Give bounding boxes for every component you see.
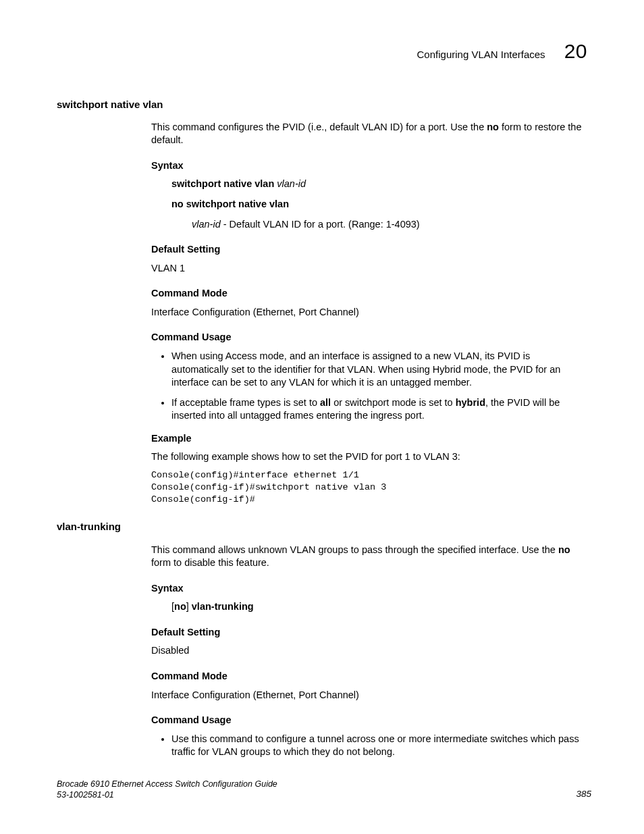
syntax-param-desc: vlan-id - Default VLAN ID for a port. (R…	[192, 218, 589, 232]
command-body-1: This command configures the PVID (i.e., …	[151, 121, 589, 506]
keyword-all: all	[320, 397, 331, 408]
header-section-title: Configuring VLAN Interfaces	[417, 48, 545, 61]
default-setting-heading: Default Setting	[151, 243, 589, 257]
keyword-no: no	[487, 122, 499, 132]
usage-list: When using Access mode, and an interface…	[151, 350, 589, 423]
param-name: vlan-id	[192, 219, 221, 230]
header-chapter-number: 20	[564, 38, 587, 66]
syntax-line-1: switchport native vlan vlan-id	[171, 178, 589, 191]
intro-paragraph: This command configures the PVID (i.e., …	[151, 121, 589, 147]
syntax-heading-2: Syntax	[151, 582, 589, 596]
usage-bullet-2-1: Use this command to configure a tunnel a…	[171, 733, 589, 759]
syntax-line-2: no switchport native vlan	[171, 198, 589, 211]
command-mode-value: Interface Configuration (Ethernet, Port …	[151, 306, 589, 319]
keyword-hybrid: hybrid	[456, 397, 485, 408]
default-setting-value-2: Disabled	[151, 644, 589, 658]
syntax-command: vlan-trunking	[189, 601, 254, 612]
command-usage-heading: Command Usage	[151, 331, 589, 344]
footer-book-title: Brocade 6910 Ethernet Access Switch Conf…	[57, 779, 277, 789]
footer-page-number: 385	[576, 788, 591, 800]
command-title-vlan-trunking: vlan-trunking	[57, 520, 591, 533]
command-title-switchport-native-vlan: switchport native vlan	[57, 98, 591, 111]
usage-bullet-1: When using Access mode, and an interface…	[171, 350, 589, 390]
footer-left: Brocade 6910 Ethernet Access Switch Conf…	[57, 779, 277, 801]
text: This command configures the PVID (i.e., …	[151, 122, 487, 132]
syntax-argument: vlan-id	[274, 178, 306, 189]
default-setting-heading-2: Default Setting	[151, 626, 589, 640]
command-mode-heading: Command Mode	[151, 287, 589, 301]
example-code-block: Console(config)#interface ethernet 1/1 C…	[151, 469, 589, 505]
command-mode-heading-2: Command Mode	[151, 670, 589, 683]
default-setting-value: VLAN 1	[151, 262, 589, 276]
intro-paragraph-2: This command allows unknown VLAN groups …	[151, 544, 589, 570]
page-footer: Brocade 6910 Ethernet Access Switch Conf…	[57, 779, 591, 801]
param-desc: - Default VLAN ID for a port. (Range: 1-…	[221, 219, 420, 230]
command-usage-heading-2: Command Usage	[151, 714, 589, 727]
text: This command allows unknown VLAN groups …	[151, 544, 558, 555]
command-body-2: This command allows unknown VLAN groups …	[151, 544, 589, 759]
usage-bullet-2: If acceptable frame types is set to all …	[171, 396, 589, 423]
example-intro: The following example shows how to set t…	[151, 450, 589, 464]
text: or switchport mode is set to	[331, 397, 456, 408]
syntax-heading: Syntax	[151, 159, 589, 173]
command-mode-value-2: Interface Configuration (Ethernet, Port …	[151, 689, 589, 702]
usage-list-2: Use this command to configure a tunnel a…	[151, 733, 589, 759]
keyword-no: no	[174, 601, 186, 612]
text: If acceptable frame types is set to	[171, 397, 320, 408]
text: form to disable this feature.	[151, 557, 269, 568]
example-heading: Example	[151, 432, 589, 446]
footer-part-number: 53-1002581-01	[57, 789, 277, 800]
page: Configuring VLAN Interfaces 20 switchpor…	[0, 0, 644, 834]
running-header: Configuring VLAN Interfaces 20	[57, 38, 591, 66]
syntax-line-3: [no] vlan-trunking	[171, 600, 589, 614]
syntax-command: switchport native vlan	[171, 178, 274, 189]
keyword-no: no	[558, 544, 570, 555]
